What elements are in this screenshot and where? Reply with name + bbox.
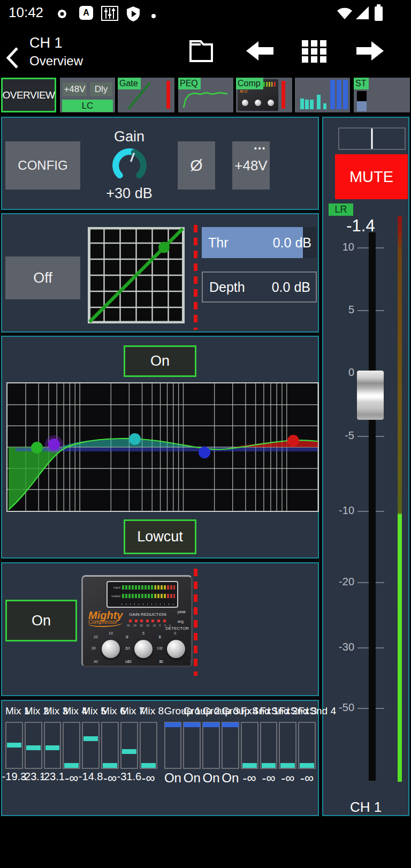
mute-button[interactable]: MUTE (335, 154, 408, 199)
tab-comp[interactable]: M.C Comp (236, 78, 292, 112)
comp-brand-logo: Mighty Compressor (88, 610, 123, 627)
delay-indicator[interactable]: Dly (90, 82, 112, 96)
android-nav-bar (0, 817, 411, 868)
send-value: -∞ (281, 771, 294, 786)
knob-tick-number: .05 (126, 660, 132, 663)
status-bar: 10:42 A (0, 0, 411, 24)
send-level-bar (26, 745, 41, 750)
mixer-sliders-icon (101, 6, 118, 21)
knob-tick-number: 40 (94, 660, 98, 663)
comp-power-button[interactable]: On (5, 600, 77, 641)
gate-meter-bar (166, 81, 170, 109)
gate-threshold-slider[interactable]: Thr 0.0 dB (202, 227, 317, 258)
page-subtitle: Overview (29, 54, 83, 69)
group-thumb-bar (330, 80, 335, 109)
threshold-knob-face (102, 640, 120, 658)
eq-lowcut-button[interactable]: Lowcut (124, 519, 196, 554)
eq-band4-handle[interactable] (199, 447, 210, 458)
main-lr-badge[interactable]: LR (329, 203, 353, 216)
send-channel[interactable]: Mix 6 -∞ (101, 701, 119, 815)
gate-curve-display[interactable] (87, 227, 186, 323)
phase-button[interactable]: Ø (178, 141, 215, 190)
send-value: -∞ (65, 771, 78, 786)
tab-comp-label: Comp (236, 78, 263, 89)
release-knob: sec/20dB RELEASE 2.51.12.055 (128, 635, 158, 666)
send-channel[interactable]: FxSnd 4 -∞ (298, 701, 316, 815)
phantom-button[interactable]: +48V ... (232, 141, 270, 190)
send-channel[interactable]: Mix 7 -31.6 (120, 701, 138, 815)
tab-peq[interactable]: PEQ (178, 78, 233, 112)
group-on-bar (203, 722, 219, 727)
folder-icon[interactable] (188, 39, 215, 63)
group-on-bar (222, 722, 239, 727)
send-value: -∞ (243, 771, 256, 786)
fader-scale-tick-label: -10 (331, 504, 354, 517)
send-value: On (203, 771, 220, 786)
eq-power-button[interactable]: On (124, 345, 196, 377)
send-channel[interactable]: Group 3 On (202, 701, 220, 815)
send-level-bar (280, 763, 295, 768)
send-channel[interactable]: Group 1 On (164, 701, 182, 815)
eq-band3-handle[interactable] (129, 433, 141, 445)
comp-plugin-image[interactable]: input output Mighty Compressor GAIN REDU… (81, 575, 193, 667)
send-channel[interactable]: Mix 5 -14.8 (82, 701, 100, 815)
send-channel[interactable]: Group 2 On (183, 701, 201, 815)
tab-sends[interactable] (295, 78, 350, 112)
depth-value: 0.0 dB (272, 280, 310, 295)
eq-band5-handle[interactable] (287, 435, 299, 447)
channel-name-label: CH 1 (323, 799, 408, 816)
send-channel[interactable]: Mix 3 -23.1 (44, 701, 62, 815)
next-channel-arrow-icon[interactable] (355, 39, 385, 63)
send-channel[interactable]: Mix 1 -19.3 (5, 701, 23, 815)
eq-band1-handle[interactable] (31, 442, 43, 454)
send-channel[interactable]: Mix 8 -∞ (140, 701, 157, 815)
gain-knob[interactable] (109, 146, 150, 185)
pan-control[interactable] (338, 127, 406, 150)
send-channel[interactable]: FxSnd 3 -∞ (279, 701, 296, 815)
config-button[interactable]: CONFIG (5, 141, 80, 190)
send-meter (222, 722, 239, 769)
prev-channel-arrow-icon[interactable] (245, 39, 275, 63)
fader-handle[interactable] (357, 371, 384, 420)
app-bar: CH 1 Overview (0, 24, 411, 76)
auto-icon: A (79, 6, 93, 20)
send-channel[interactable]: FxSnd 2 -∞ (260, 701, 278, 815)
back-chevron-icon[interactable] (4, 46, 22, 70)
gain-label: Gain (88, 129, 171, 145)
comp-divider-dashed-line (194, 569, 197, 676)
send-channel[interactable]: FxSnd 1 -∞ (241, 701, 258, 815)
cell-signal-icon (355, 6, 370, 20)
gate-power-button[interactable]: Off (5, 256, 80, 299)
send-value: On (222, 771, 239, 786)
tab-gate[interactable]: Gate (118, 78, 174, 112)
send-level-bar (141, 763, 156, 768)
lowcut-indicator[interactable]: LC (62, 100, 113, 112)
send-level-bar (83, 736, 98, 741)
send-level-bar (7, 743, 21, 748)
send-channel[interactable]: Mix 4 -∞ (63, 701, 80, 815)
send-thumb-bar (317, 95, 321, 109)
sends-section: Mix 1 -19.3 Mix 2 -23.1 Mix 3 -23.1 Mix … (1, 700, 319, 816)
send-meter (241, 722, 258, 769)
eq-curve-display[interactable] (7, 383, 318, 511)
phantom-indicator[interactable]: +48V (63, 82, 87, 96)
knob-tick-number: 15 (190, 660, 193, 663)
eq-band2-handle[interactable] (48, 439, 60, 450)
more-options-dots[interactable]: ... (254, 142, 266, 148)
send-meter (140, 722, 157, 769)
tab-input[interactable]: +48V Dly LC (60, 78, 115, 112)
send-channel[interactable]: Mix 2 -23.1 (25, 701, 42, 815)
fader-scale-tick-label: 5 (331, 304, 354, 316)
tab-stereo[interactable]: ST (354, 78, 410, 112)
gate-depth-control[interactable]: Depth 0.0 dB (202, 271, 317, 303)
gain-value: +30 dB (88, 185, 171, 202)
knob-tick-number: 10 (109, 631, 113, 635)
send-channel[interactable]: Group 4 On (222, 701, 239, 815)
comp-meter-bar (281, 81, 285, 109)
fader-track[interactable] (369, 232, 376, 781)
tab-overview[interactable]: OVERVIEW (1, 78, 56, 112)
send-value: On (184, 771, 201, 786)
send-meter (82, 722, 100, 769)
send-level-bar (242, 763, 257, 768)
channel-grid-icon[interactable] (301, 39, 328, 64)
